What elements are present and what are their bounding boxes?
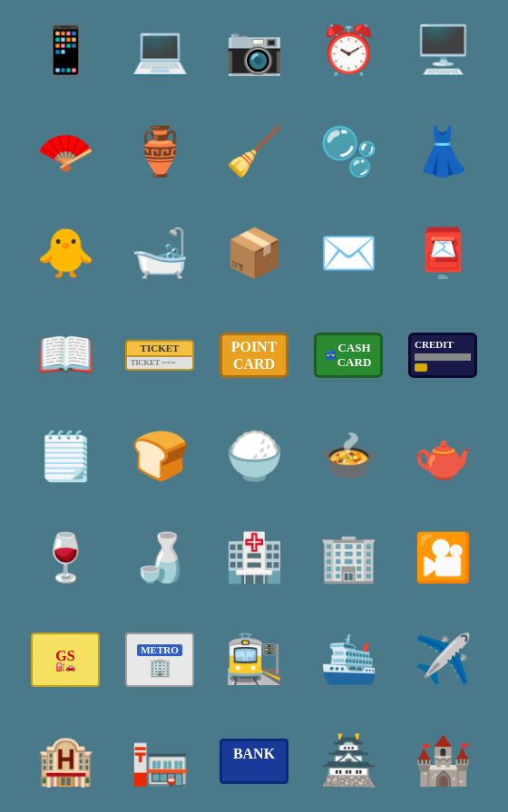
metro: METRO🏢: [114, 611, 205, 709]
alarm-clock: ⏰: [303, 2, 394, 100]
postbox: 📮: [397, 205, 488, 303]
fan: 🪭: [20, 103, 111, 201]
castle-europe: 🏰: [397, 712, 488, 810]
teapot: 🫖: [397, 408, 488, 506]
clothes-hanger: 👗: [397, 103, 488, 201]
cruise-ship: 🛳️: [303, 611, 394, 709]
hotel: 🏨: [20, 712, 111, 810]
gas-station: GS⛽🚗: [20, 611, 111, 709]
hospital: 🏥: [209, 509, 299, 607]
wine-bottle: 🍷: [20, 509, 111, 607]
cooking-pot: 🍲: [303, 408, 394, 506]
heater: 🏺: [114, 103, 205, 201]
post-office: 🏣: [114, 712, 205, 810]
smartphone: 📱: [20, 2, 111, 100]
point-card-inner: POINTCARD: [220, 333, 288, 378]
metro-station-inner: METRO🏢: [125, 633, 194, 687]
bank: BANK: [209, 712, 299, 810]
rubber-duck: 🐥: [20, 205, 111, 303]
camera: 📷: [209, 2, 299, 100]
airport: ✈️: [397, 611, 488, 709]
bread: 🍞: [114, 408, 205, 506]
laptop: 💻: [114, 2, 205, 100]
cash-card: 🏧CASHCARD: [303, 306, 394, 404]
washer: 🫧: [303, 103, 394, 201]
sake: 🍶: [114, 509, 205, 607]
monitor: 🖥️: [397, 2, 488, 100]
ticket: TICKETTICKET ===: [114, 306, 205, 404]
credit-card-inner: CREDIT: [408, 333, 477, 378]
gs-station-inner: GS⛽🚗: [31, 633, 100, 687]
cash-card-inner: 🏧CASHCARD: [314, 333, 383, 378]
ticket-inner: TICKETTICKET ===: [125, 340, 194, 371]
train-station: 🚉: [209, 611, 299, 709]
bank-card-inner: BANK: [220, 739, 288, 784]
notepad: 🗒️: [20, 408, 111, 506]
open-book: 📖: [20, 306, 111, 404]
rice-bowl: 🍚: [209, 408, 299, 506]
emoji-grid: 📱💻📷⏰🖥️🪭🏺🧹🫧👗🐥🛁📦✉️📮📖TICKETTICKET ===POINTC…: [13, 0, 495, 812]
envelope: ✉️: [303, 205, 394, 303]
box: 📦: [209, 205, 299, 303]
bathtub: 🛁: [114, 205, 205, 303]
credit-card: CREDIT: [397, 306, 488, 404]
cinema: 🎦: [397, 509, 488, 607]
office-building: 🏢: [303, 509, 394, 607]
vacuum: 🧹: [209, 103, 299, 201]
point-card: POINTCARD: [209, 306, 299, 404]
castle-japan: 🏯: [303, 712, 394, 810]
